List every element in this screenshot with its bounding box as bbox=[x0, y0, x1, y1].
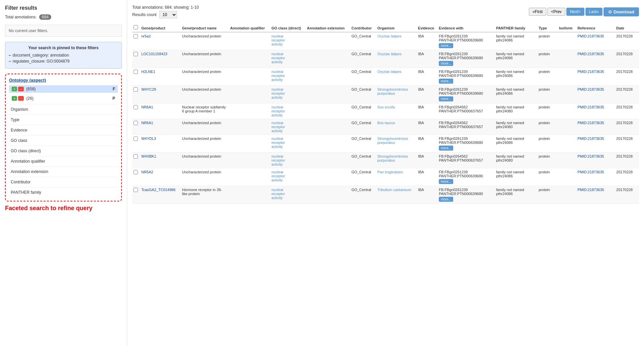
facet-contributor[interactable]: Contributor bbox=[9, 177, 118, 187]
gene-link[interactable]: LOC101158423 bbox=[141, 52, 167, 56]
organism-link[interactable]: Oryzias latipes bbox=[377, 70, 401, 74]
results-table: Gene/product Gene/product name Annotatio… bbox=[132, 23, 639, 204]
more-button[interactable]: more... bbox=[439, 79, 453, 84]
next-button[interactable]: Next> bbox=[566, 8, 584, 16]
more-button[interactable]: more... bbox=[439, 96, 453, 101]
row-checkbox[interactable] bbox=[134, 70, 138, 74]
row-checkbox[interactable] bbox=[134, 105, 138, 109]
organism-link[interactable]: Oryzias latipes bbox=[377, 34, 401, 38]
gene-link[interactable]: NR6A1 bbox=[141, 105, 153, 109]
evidence-with: FB:FBgn0261239PANTHER:PTN000639680more..… bbox=[437, 50, 495, 68]
go-class-link[interactable]: nuclearreceptoractivity bbox=[271, 188, 285, 200]
more-button[interactable]: more... bbox=[439, 43, 453, 48]
isoform bbox=[558, 119, 576, 135]
ontology-P-plus[interactable]: + bbox=[12, 96, 17, 101]
pinned-filter-2-text: regulates_closure: GO:0004879 bbox=[13, 59, 70, 64]
panther-family: family not named pthr24086 bbox=[495, 86, 537, 103]
organism-link[interactable]: Pan troglodytes bbox=[377, 170, 403, 174]
go-class-link[interactable]: nuclearreceptoractivity bbox=[271, 34, 285, 46]
ontology-P-count: (26) bbox=[26, 96, 112, 101]
isoform bbox=[558, 135, 576, 153]
row-checkbox[interactable] bbox=[134, 121, 138, 125]
row-checkbox[interactable] bbox=[134, 87, 138, 92]
reference-link[interactable]: PMID:21873635 bbox=[577, 70, 604, 74]
table-row: nr5a2 Uncharacterized protein nuclearrec… bbox=[132, 32, 639, 50]
annotation-extension bbox=[306, 68, 350, 86]
ontology-section: Ontology (aspect) + – (658) F + – (26) P bbox=[9, 78, 118, 102]
row-checkbox[interactable] bbox=[134, 188, 138, 192]
more-button[interactable]: more... bbox=[439, 179, 453, 184]
more-button[interactable]: more... bbox=[439, 197, 453, 202]
gene-link[interactable]: NR5A2 bbox=[141, 170, 153, 174]
reference-link[interactable]: PMID:21873635 bbox=[577, 188, 604, 192]
more-button[interactable]: more... bbox=[439, 61, 453, 66]
col-evwith-header: Evidence with bbox=[437, 23, 495, 32]
last-button[interactable]: Last» bbox=[585, 8, 602, 16]
type: protein bbox=[537, 135, 558, 153]
go-class-link[interactable]: nuclearreceptoractivity bbox=[271, 52, 285, 64]
reference-link[interactable]: PMID:21873635 bbox=[577, 105, 604, 109]
row-checkbox[interactable] bbox=[134, 154, 138, 159]
organism-link[interactable]: Bos taurus bbox=[377, 121, 395, 125]
row-checkbox[interactable] bbox=[134, 34, 138, 38]
organism-link[interactable]: Strongylocentrotus purpuratus bbox=[377, 154, 408, 162]
gene-link[interactable]: NR6A1 bbox=[141, 121, 153, 125]
facet-organism[interactable]: Organism bbox=[9, 104, 118, 114]
go-class-link[interactable]: nuclearreceptoractivity bbox=[271, 154, 285, 166]
go-class-link[interactable]: nuclearreceptoractivity bbox=[271, 87, 285, 99]
prev-button[interactable]: <Prev bbox=[547, 8, 565, 16]
reference-link[interactable]: PMID:21873635 bbox=[577, 170, 604, 174]
results-count-select[interactable]: 10 25 50 100 bbox=[159, 11, 177, 18]
go-class-link[interactable]: nuclearreceptoractivity bbox=[271, 105, 285, 117]
gene-link[interactable]: W4XBK1 bbox=[141, 154, 156, 158]
reference-link[interactable]: PMID:21873635 bbox=[577, 121, 604, 125]
row-checkbox[interactable] bbox=[134, 52, 138, 56]
col-panther-header: PANTHER family bbox=[495, 23, 537, 32]
select-all-checkbox[interactable] bbox=[134, 25, 138, 29]
organism-link[interactable]: Strongylocentrotus purpuratus bbox=[377, 137, 408, 145]
go-class-link[interactable]: nuclearreceptoractivity bbox=[271, 121, 285, 133]
go-class-link[interactable]: nuclearreceptoractivity bbox=[271, 70, 285, 82]
reference-link[interactable]: PMID:21873635 bbox=[577, 52, 604, 56]
ontology-title[interactable]: Ontology (aspect) bbox=[9, 78, 118, 83]
organism-link[interactable]: Oryzias latipes bbox=[377, 52, 401, 56]
reference-link[interactable]: PMID:21873635 bbox=[577, 87, 604, 91]
isoform bbox=[558, 86, 576, 103]
row-checkbox[interactable] bbox=[134, 170, 138, 174]
go-class-link[interactable]: nuclearreceptoractivity bbox=[271, 170, 285, 182]
facet-panther-family[interactable]: PANTHER family bbox=[9, 187, 118, 197]
first-button[interactable]: «First bbox=[529, 8, 546, 16]
gene-link[interactable]: TcasGA2_TC014986 bbox=[141, 188, 175, 192]
evidence-with: FB:FBgn0261239PANTHER:PTN000639680more..… bbox=[437, 68, 495, 86]
row-checkbox[interactable] bbox=[134, 137, 138, 141]
organism-link[interactable]: Strongylocentrotus purpuratus bbox=[377, 87, 408, 95]
facet-go-class-direct[interactable]: GO class (direct) bbox=[9, 146, 118, 156]
more-button[interactable]: more... bbox=[439, 146, 453, 151]
ontology-F-minus[interactable]: – bbox=[18, 87, 23, 91]
gene-link[interactable]: W4YDL3 bbox=[141, 137, 156, 141]
ontology-F-plus[interactable]: + bbox=[12, 87, 17, 91]
facet-evidence[interactable]: Evidence bbox=[9, 125, 118, 135]
reference-link[interactable]: PMID:21873635 bbox=[577, 137, 604, 141]
gene-link[interactable]: H2LNE1 bbox=[141, 70, 155, 74]
gp-name: Uncharacterized protein bbox=[181, 119, 229, 135]
evidence-with: FB:FBgn0261239PANTHER:PTN000639680more..… bbox=[437, 32, 495, 50]
type: protein bbox=[537, 119, 558, 135]
gene-link[interactable]: nr5a2 bbox=[141, 34, 151, 38]
gene-link[interactable]: W4YC29 bbox=[141, 87, 156, 91]
organism-link[interactable]: Sus scrofa bbox=[377, 105, 395, 109]
facet-annotation-extension[interactable]: Annotation extension bbox=[9, 166, 118, 177]
reference-link[interactable]: PMID:21873635 bbox=[577, 154, 604, 158]
date: 20170228 bbox=[615, 103, 639, 119]
organism-link[interactable]: Tribolium castaneum bbox=[377, 188, 411, 192]
ontology-P-minus[interactable]: – bbox=[18, 96, 23, 101]
go-class-link[interactable]: nuclearreceptoractivity bbox=[271, 137, 285, 149]
facet-go-class[interactable]: GO class bbox=[9, 135, 118, 146]
isoform bbox=[558, 153, 576, 168]
facet-type[interactable]: Type bbox=[9, 114, 118, 125]
download-button[interactable]: ⊙ Download bbox=[603, 7, 639, 16]
facet-annotation-qualifier[interactable]: Annotation qualifier bbox=[9, 156, 118, 166]
no-filters-text: No current user filters. bbox=[9, 28, 48, 33]
reference-link[interactable]: PMID:21873635 bbox=[577, 34, 604, 38]
col-contrib-header: Contributor bbox=[350, 23, 376, 32]
